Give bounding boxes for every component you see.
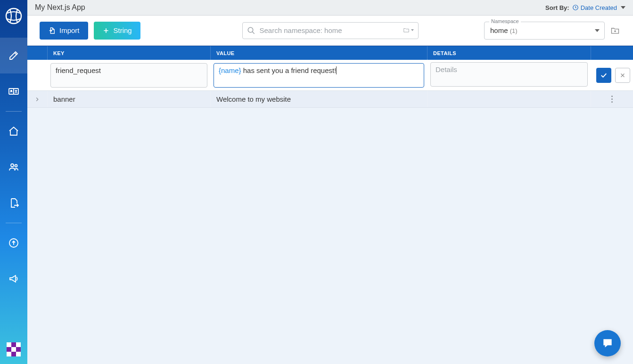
namespace-field-label: Namespace xyxy=(489,18,521,24)
caret-down-icon xyxy=(595,29,600,32)
folder-icon xyxy=(403,27,410,33)
sidebar-divider xyxy=(6,111,22,112)
edit-key-cell: friend_request xyxy=(47,60,210,90)
table-row[interactable]: banner Welcome to my website xyxy=(27,91,633,108)
sidebar-item-export[interactable] xyxy=(0,185,27,221)
sort-label: Sort By: xyxy=(545,4,569,11)
import-button-label: Import xyxy=(59,26,80,34)
col-actions-header xyxy=(591,46,633,60)
translate-icon xyxy=(8,86,19,97)
search-input[interactable] xyxy=(242,22,419,39)
upload-icon xyxy=(8,237,19,249)
caret-down-icon xyxy=(621,6,625,9)
folder-plus-icon xyxy=(610,26,620,35)
edit-details-cell xyxy=(427,59,591,91)
header-bar: My Next.js App Sort By: Date Created xyxy=(27,0,633,16)
key-input[interactable]: friend_request xyxy=(50,63,207,88)
sidebar-item-translate[interactable] xyxy=(0,73,27,109)
row-details xyxy=(427,91,591,107)
expand-cell xyxy=(27,91,47,107)
sidebar-item-home[interactable] xyxy=(0,113,27,149)
sidebar-item-edit[interactable] xyxy=(0,38,27,73)
sort-dropdown[interactable]: Date Created xyxy=(572,4,625,11)
plus-icon xyxy=(102,27,110,34)
import-icon xyxy=(48,27,56,34)
namespace-select[interactable]: Namespace home (1) xyxy=(484,22,605,40)
app-title: My Next.js App xyxy=(35,3,85,12)
cancel-button[interactable] xyxy=(615,68,630,83)
add-string-button[interactable]: String xyxy=(94,22,140,40)
avatar-pixel-icon xyxy=(7,342,21,356)
globe-logo-icon xyxy=(5,8,22,24)
sidebar-item-announce[interactable] xyxy=(0,261,27,297)
row-actions xyxy=(591,91,633,107)
sidebar-item-team[interactable] xyxy=(0,149,27,185)
team-icon xyxy=(8,162,19,173)
megaphone-icon xyxy=(8,273,19,284)
svg-point-4 xyxy=(15,165,17,167)
row-key: banner xyxy=(47,91,210,107)
strings-table: KEY VALUE DETAILS friend_request {name} … xyxy=(27,46,633,364)
table-edit-row: friend_request {name} has sent you a fri… xyxy=(27,60,633,91)
sidebar xyxy=(0,0,27,364)
details-input[interactable] xyxy=(430,62,588,87)
chat-widget-button[interactable] xyxy=(594,330,621,356)
value-input[interactable]: {name} has sent you a friend request! xyxy=(214,63,424,88)
check-icon xyxy=(600,71,608,80)
namespace-name: home xyxy=(490,26,508,34)
row-value: Welcome to my website xyxy=(210,91,427,107)
namespace-value: home (1) xyxy=(490,26,518,34)
clock-icon xyxy=(572,4,579,11)
value-text: has sent you a friend request! xyxy=(241,66,337,74)
namespace-count: (1) xyxy=(510,27,518,34)
close-icon xyxy=(619,72,626,79)
edit-icon xyxy=(8,50,19,61)
col-value-header: VALUE xyxy=(210,46,427,60)
confirm-button[interactable] xyxy=(596,68,611,83)
home-icon xyxy=(8,126,19,137)
search-scope-dropdown[interactable] xyxy=(403,27,414,33)
svg-point-3 xyxy=(11,164,14,167)
caret-down-icon xyxy=(411,29,414,31)
chevron-right-icon[interactable] xyxy=(34,96,41,103)
svg-point-0 xyxy=(6,8,21,24)
value-variable-token: {name} xyxy=(219,66,241,74)
sidebar-divider xyxy=(6,223,22,223)
sidebar-item-upload[interactable] xyxy=(0,225,27,261)
add-string-button-label: String xyxy=(114,26,132,34)
sidebar-avatar[interactable] xyxy=(0,342,27,356)
svg-point-7 xyxy=(248,27,253,32)
edit-actions-cell xyxy=(591,68,633,83)
col-details-header: DETAILS xyxy=(427,46,591,60)
text-caret xyxy=(336,66,337,74)
col-expand-header xyxy=(27,46,47,60)
table-body: friend_request {name} has sent you a fri… xyxy=(27,60,633,364)
row-more-button[interactable] xyxy=(609,94,615,105)
edit-value-cell: {name} has sent you a friend request! xyxy=(210,60,427,90)
file-export-icon xyxy=(8,197,19,209)
main-content: My Next.js App Sort By: Date Created Imp… xyxy=(27,0,633,364)
search-icon xyxy=(247,26,255,35)
sort-control: Sort By: Date Created xyxy=(545,4,625,11)
search-wrap xyxy=(242,22,419,39)
toolbar: Import String Namespace home xyxy=(27,16,633,46)
table-header: KEY VALUE DETAILS xyxy=(27,46,633,60)
add-namespace-button[interactable] xyxy=(609,25,621,36)
import-button[interactable]: Import xyxy=(40,22,88,40)
sort-value-text: Date Created xyxy=(581,4,617,11)
logo xyxy=(5,8,22,24)
col-key-header: KEY xyxy=(47,46,210,60)
chat-icon xyxy=(601,337,614,349)
